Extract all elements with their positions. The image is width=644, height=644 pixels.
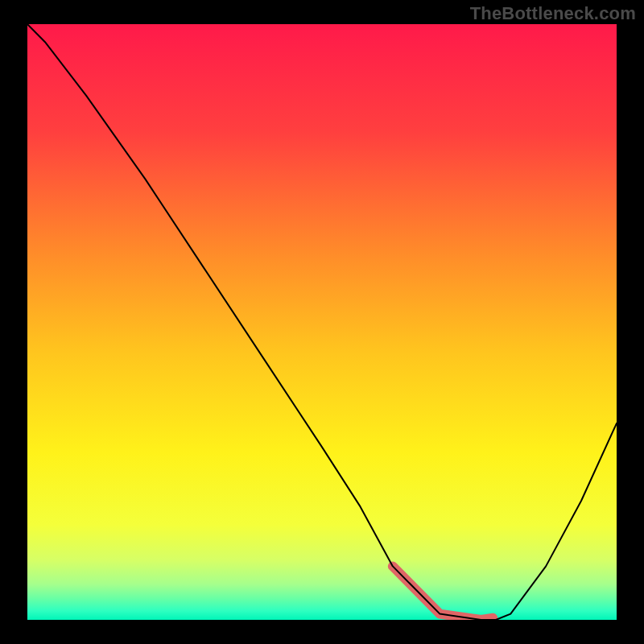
chart-frame: TheBottleneck.com — [0, 0, 644, 644]
gradient-background — [27, 24, 617, 620]
plot-svg — [27, 24, 617, 620]
watermark-label: TheBottleneck.com — [470, 3, 636, 24]
plot-area — [27, 24, 617, 620]
